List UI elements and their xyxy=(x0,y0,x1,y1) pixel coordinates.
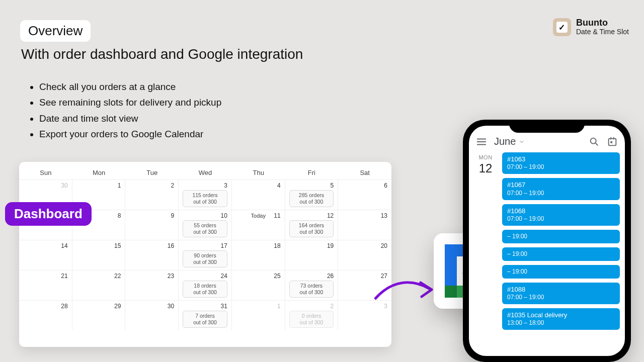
calendar-cell[interactable]: 1 xyxy=(232,300,285,330)
calendar-date: 2 xyxy=(171,182,174,189)
calendar-cell[interactable]: 13 xyxy=(338,210,391,240)
calendar-date: 13 xyxy=(381,212,387,219)
order-chip[interactable]: 73 ordersout of 300 xyxy=(289,281,334,298)
calendar-event[interactable]: #106307:00 – 19:00 xyxy=(502,152,620,174)
calendar-cell[interactable]: 1790 ordersout of 300 xyxy=(179,240,232,270)
dashboard-calendar-card: Sun Mon Tue Wed Thu Fri Sat 30123115 ord… xyxy=(19,162,391,347)
calendar-cell[interactable]: 28 xyxy=(19,300,72,330)
weekday-label: Mon xyxy=(72,169,126,176)
order-chip[interactable]: 285 ordersout of 300 xyxy=(289,190,334,207)
calendar-date: 12 xyxy=(327,212,334,219)
hamburger-icon[interactable] xyxy=(476,136,487,147)
calendar-date: 4 xyxy=(277,182,281,189)
calendar-date: 8 xyxy=(118,212,121,219)
calendar-event[interactable]: #1035 Local delivery13:00 – 18:00 xyxy=(502,308,620,330)
calendar-cell[interactable]: 16 xyxy=(125,240,179,270)
gcal-events-list: #106307:00 – 19:00#106707:00 – 19:00#106… xyxy=(502,152,620,330)
calendar-cell[interactable]: 317 ordersout of 300 xyxy=(179,300,232,330)
calendar-cell[interactable]: 20 xyxy=(338,240,391,270)
calendar-date: 23 xyxy=(168,273,174,280)
calendar-event[interactable]: – 19:00 xyxy=(502,247,620,261)
event-time: 13:00 – 18:00 xyxy=(507,319,615,327)
calendar-date: 15 xyxy=(114,242,121,249)
brand-check-icon: ✓ xyxy=(556,22,568,33)
calendar-date: 19 xyxy=(327,242,334,249)
calendar-date: 11 xyxy=(274,212,280,219)
gcal-topbar: June xyxy=(469,126,625,152)
calendar-cell[interactable]: 9 xyxy=(125,210,179,240)
weekday-label: Wed xyxy=(179,169,232,176)
calendar-cell[interactable]: 12164 ordersout of 300 xyxy=(285,210,339,240)
today-icon[interactable] xyxy=(607,136,618,147)
calendar-cell[interactable]: 5285 ordersout of 300 xyxy=(285,179,339,210)
calendar-date: 28 xyxy=(61,303,67,310)
order-chip[interactable]: 0 ordersout of 300 xyxy=(289,311,334,328)
order-chip[interactable]: 55 ordersout of 300 xyxy=(183,220,227,237)
calendar-cell[interactable]: 14 xyxy=(19,240,72,270)
calendar-cell[interactable]: 2 xyxy=(125,179,179,210)
brand-logo: ✓ xyxy=(553,18,571,36)
calendar-cell[interactable]: 3115 ordersout of 300 xyxy=(179,179,232,210)
event-title: #1063 xyxy=(507,155,615,163)
event-title: #1035 Local delivery xyxy=(507,311,615,319)
order-chip[interactable]: 90 ordersout of 300 xyxy=(183,250,227,267)
calendar-cell[interactable]: 29 xyxy=(72,300,126,330)
calendar-event[interactable]: #106807:00 – 19:00 xyxy=(502,204,620,226)
calendar-date: 18 xyxy=(274,242,280,249)
calendar-cell[interactable]: 6 xyxy=(338,179,391,210)
event-time: 07:00 – 19:00 xyxy=(507,163,615,171)
svg-rect-5 xyxy=(445,286,457,298)
calendar-cell[interactable]: 11Today xyxy=(232,210,285,240)
gcal-month-dropdown[interactable]: June xyxy=(494,136,582,147)
order-chip[interactable]: 7 ordersout of 300 xyxy=(183,311,227,328)
order-chip[interactable]: 115 ordersout of 300 xyxy=(183,190,227,207)
gcal-day-header: MON 12 xyxy=(474,152,497,330)
calendar-cell[interactable]: 1055 ordersout of 300 xyxy=(179,210,232,240)
event-title: #1067 xyxy=(507,181,615,189)
calendar-date: 10 xyxy=(220,212,227,219)
calendar-cell[interactable]: 15 xyxy=(72,240,126,270)
overview-pill: Overview xyxy=(20,20,91,42)
calendar-date: 1 xyxy=(277,303,281,310)
brand-text: Buunto Date & Time Slot xyxy=(576,18,629,36)
calendar-cell[interactable]: 2673 ordersout of 300 xyxy=(285,270,339,300)
brand-block: ✓ Buunto Date & Time Slot xyxy=(553,18,629,36)
calendar-cell[interactable]: 25 xyxy=(232,270,285,300)
weekday-label: Fri xyxy=(285,169,339,176)
brand-name: Buunto xyxy=(576,18,629,28)
bullet-item: See remaining slots for delivery and pic… xyxy=(39,95,221,110)
calendar-date: 24 xyxy=(220,273,227,280)
calendar-event[interactable]: #108807:00 – 19:00 xyxy=(502,283,620,304)
calendar-date: 1 xyxy=(118,182,121,189)
gcal-dom: 12 xyxy=(474,161,497,175)
calendar-date: 20 xyxy=(381,242,387,249)
event-time: – 19:00 xyxy=(507,268,615,276)
calendar-cell[interactable]: 2418 ordersout of 300 xyxy=(179,270,232,300)
calendar-event[interactable]: – 19:00 xyxy=(502,230,620,243)
calendar-cell[interactable]: 21 xyxy=(19,270,72,300)
event-time: 07:00 – 19:00 xyxy=(507,294,615,301)
event-time: 07:00 – 19:00 xyxy=(507,215,615,223)
calendar-weekday-header: Sun Mon Tue Wed Thu Fri Sat xyxy=(19,166,391,179)
calendar-cell[interactable]: 30 xyxy=(125,300,179,330)
calendar-cell[interactable]: 4 xyxy=(232,179,285,210)
calendar-cell[interactable]: 19 xyxy=(285,240,339,270)
svg-rect-14 xyxy=(610,141,612,143)
calendar-cell[interactable]: 23 xyxy=(125,270,179,300)
calendar-cell[interactable]: 18 xyxy=(232,240,285,270)
calendar-date: 30 xyxy=(168,303,174,310)
calendar-event[interactable]: #106707:00 – 19:00 xyxy=(502,178,620,200)
order-chip[interactable]: 164 ordersout of 300 xyxy=(289,220,334,237)
order-chip[interactable]: 18 ordersout of 300 xyxy=(183,281,227,298)
calendar-event[interactable]: – 19:00 xyxy=(502,265,620,279)
event-title: #1088 xyxy=(507,286,615,294)
search-icon[interactable] xyxy=(589,136,600,147)
calendar-cell[interactable]: 22 xyxy=(72,270,126,300)
dashboard-badge: Dashboard xyxy=(5,202,92,226)
feature-bullets: Check all you orders at a glance See rem… xyxy=(39,79,221,143)
weekday-label: Sat xyxy=(338,169,391,176)
svg-rect-13 xyxy=(613,137,614,139)
svg-point-10 xyxy=(591,138,596,143)
calendar-cell[interactable]: 20 ordersout of 300 xyxy=(285,300,339,330)
event-time: – 19:00 xyxy=(507,233,615,240)
